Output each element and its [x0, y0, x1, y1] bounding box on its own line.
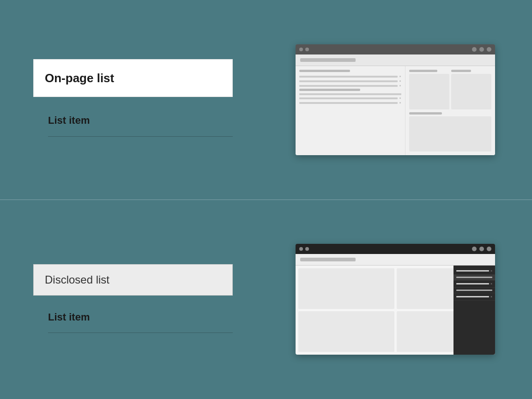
- browser-icon-1: [472, 47, 477, 52]
- browser-icon-b2: [479, 247, 484, 251]
- browser-icon-b1: [472, 247, 477, 251]
- browser-icon-b3: [487, 247, 491, 251]
- browser-body-bottom: × × ×: [296, 254, 495, 355]
- dark-dropdown-bar-5: [456, 296, 489, 297]
- browser-dot-2: [305, 48, 309, 51]
- dark-dropdown-item-1: ×: [453, 267, 495, 275]
- top-list-divider: [48, 136, 233, 137]
- browser-list-item-4: [299, 93, 401, 95]
- browser-list-x-6: ×: [399, 101, 401, 104]
- dark-dropdown-x-1: ×: [490, 269, 492, 272]
- browser-grid-cell-1: [298, 268, 394, 309]
- disclosed-list-box: Disclosed list: [33, 264, 233, 296]
- browser-right-card-3: [409, 116, 491, 152]
- dark-dropdown-x-5: ×: [490, 295, 492, 298]
- browser-right-top-row: [409, 70, 491, 109]
- browser-titlebar-top: [296, 44, 495, 54]
- browser-content-top: × × × ×: [296, 66, 495, 155]
- browser-body-top: × × × ×: [296, 54, 495, 155]
- browser-nav-bar-top: [300, 58, 356, 62]
- browser-mockup-top: × × × ×: [296, 44, 495, 155]
- browser-right-card-2: [451, 74, 491, 109]
- browser-subheader: [299, 89, 360, 91]
- dark-dropdown-item-3: ×: [453, 280, 495, 288]
- dark-dropdown-item-5: ×: [453, 293, 495, 301]
- dark-dropdown-bar-2: [456, 277, 492, 278]
- dark-dropdown-bar-4: [456, 290, 492, 291]
- browser-list-x-5: ×: [399, 97, 401, 100]
- browser-list-x-2: ×: [399, 79, 401, 83]
- browser-mockup-bottom: × × ×: [296, 244, 495, 355]
- browser-left-panel: × × × ×: [296, 66, 405, 155]
- browser-nav-top: [296, 54, 495, 66]
- browser-list-item-2: ×: [299, 79, 401, 83]
- browser-titlebar-bottom: [296, 244, 495, 254]
- browser-icons-right-bottom: [472, 247, 491, 251]
- browser-list-item-5: ×: [299, 97, 401, 100]
- browser-right-col-1: [409, 70, 449, 109]
- dark-dropdown-panel: × × ×: [453, 266, 495, 355]
- browser-list-item-3: ×: [299, 84, 401, 87]
- browser-list-bar-2: [299, 80, 398, 82]
- browser-nav-bottom: [296, 254, 495, 266]
- browser-content-bottom: × × ×: [296, 266, 495, 355]
- browser-right-col-2: [451, 70, 491, 109]
- on-page-list-box: On-page list: [33, 59, 233, 97]
- bottom-list-divider: [48, 332, 233, 333]
- browser-list-item-1: ×: [299, 75, 401, 78]
- top-section: On-page list List item: [0, 0, 532, 200]
- dark-dropdown-bar-3: [456, 283, 489, 284]
- dark-dropdown-item-2: [453, 275, 495, 280]
- bottom-section: Disclosed list List item: [0, 200, 532, 399]
- browser-right-title-1: [409, 70, 437, 72]
- browser-right-card-1: [409, 74, 449, 109]
- disclosed-list-title: Disclosed list: [45, 273, 109, 286]
- dark-dropdown-item-4: [453, 288, 495, 293]
- browser-dot-b1: [299, 247, 303, 251]
- top-list-item: List item: [48, 115, 90, 127]
- browser-icon-2: [479, 47, 484, 52]
- browser-list-bar-5: [299, 97, 398, 99]
- browser-list-x-3: ×: [399, 84, 401, 87]
- browser-dot-1: [299, 48, 303, 51]
- browser-section-title-left: [299, 70, 350, 72]
- browser-right-title-2: [451, 70, 472, 72]
- browser-list-bar-3: [299, 85, 398, 87]
- browser-nav-bar-bottom: [300, 258, 356, 261]
- browser-list-item-6: ×: [299, 101, 401, 104]
- browser-list-bar-1: [299, 76, 398, 78]
- browser-icons-right: [472, 47, 491, 52]
- dark-dropdown-x-3: ×: [490, 282, 492, 285]
- browser-list-bar-4: [299, 93, 401, 95]
- browser-dot-b2: [305, 247, 309, 251]
- browser-list-x-1: ×: [399, 75, 401, 78]
- browser-list-bar-6: [299, 102, 398, 104]
- dark-dropdown-bar-1: [456, 270, 489, 272]
- bottom-list-item: List item: [48, 311, 90, 323]
- browser-right-bottom-row: [409, 112, 491, 152]
- browser-right-title-3: [409, 112, 442, 115]
- browser-grid-cell-3: [298, 311, 394, 352]
- browser-icon-3: [487, 47, 491, 52]
- browser-right-panel: [405, 66, 495, 155]
- on-page-list-title: On-page list: [45, 71, 114, 85]
